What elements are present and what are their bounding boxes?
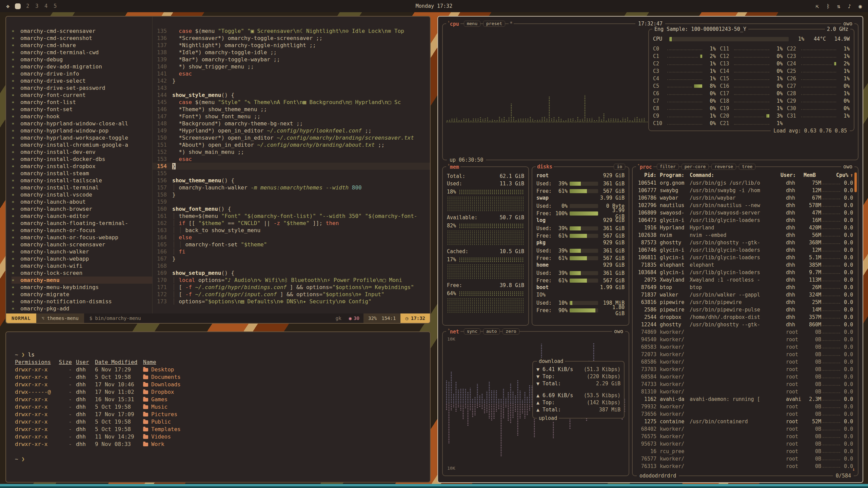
file-item[interactable]: ∗omarchy-drive-info (12, 70, 152, 77)
proc-box-button[interactable]: tree (739, 164, 755, 170)
proc-box-button[interactable]: filter (657, 164, 679, 170)
workspace-button[interactable]: 4 (44, 3, 47, 9)
code-line[interactable]: 151 *About*) open_in_editor ~/.config/om… (153, 141, 430, 148)
code-line[interactable]: 142} (153, 77, 430, 84)
file-item[interactable]: ∗omarchy-install-docker-dbs (12, 156, 152, 163)
power-icon[interactable]: ◉ (859, 3, 862, 9)
file-item[interactable]: ∗omarchy-launch-walker (12, 248, 152, 255)
code-line[interactable]: 153 esac (153, 156, 430, 163)
proc-column-header[interactable]: User: (781, 172, 800, 178)
disks-io-button[interactable]: io (614, 164, 625, 170)
file-item[interactable]: ∗omarchy-install-terminal (12, 184, 152, 191)
code-line[interactable]: 155 (153, 170, 430, 177)
code-line[interactable]: 137 *Nightlight*) omarchy-toggle-nightli… (153, 42, 430, 49)
file-item[interactable]: ∗omarchy-drive-select (12, 77, 152, 84)
process-row[interactable]: 1162avahi-daavahi-daemon: running [avahi… (636, 395, 853, 403)
omarchy-logo-icon[interactable]: ❖ (6, 3, 9, 9)
process-row[interactable]: 102638nvimnvim --embeddhh56M0.0 (636, 231, 853, 239)
file-item[interactable]: ∗omarchy-migrate (12, 291, 152, 298)
file-row[interactable]: drwxr-xr-x-dhh5 Oct 19:58Public (15, 418, 421, 426)
process-row[interactable]: 95673kworker/root0B0.0 (636, 440, 853, 448)
file-item[interactable]: ∗omarchy-launch-floating-terminal- (12, 220, 152, 227)
file-row[interactable]: drwxr-xr-x-dhh6 Nov 17:29Desktop (15, 366, 421, 373)
proc-box-button[interactable]: per-core (682, 164, 709, 170)
code-line[interactable]: 140 *) show_trigger_menu ;; (153, 63, 430, 70)
file-item[interactable]: ∗omarchy-pkg-add (12, 305, 152, 312)
file-item[interactable]: ∗omarchy-install-chromium-google-a (12, 141, 152, 148)
process-scrollbar[interactable] (854, 172, 857, 192)
file-item[interactable]: ∗omarchy-font-set (12, 106, 152, 113)
code-line[interactable]: 148 *Background*) omarchy-theme-bg-next … (153, 120, 430, 127)
file-item[interactable]: ∗omarchy-install-dropbox (12, 163, 152, 170)
code-line[interactable]: 150 *Screensaver*) open_in_editor ~/.con… (153, 134, 430, 141)
code-line[interactable]: 166│ fi (153, 248, 430, 255)
process-sort-selector[interactable]: owo (841, 164, 854, 170)
bluetooth-icon[interactable]: ᛒ (826, 3, 830, 9)
file-item[interactable]: ∗omarchy-menu-keybindings (12, 284, 152, 291)
code-line[interactable]: 156show_theme_menu() { (153, 177, 430, 184)
code-line[interactable]: 152 *) show_main_menu ;; (153, 148, 430, 156)
proc-column-header[interactable]: Cpu% (836, 172, 848, 178)
process-row[interactable]: 76575kworker/root0B0.0 (636, 433, 853, 440)
proc-box-button[interactable]: reverse (711, 164, 736, 170)
file-item[interactable]: ∗omarchy-hyprland-window-pop (12, 127, 152, 134)
code-line[interactable]: 141 esac (153, 70, 430, 77)
file-row[interactable]: drwxr-xr-x-dhh11 Nov 14:29Videos (15, 433, 421, 441)
code-line[interactable]: 162│ if [[ "$theme" == "CNCLD" || -z "$t… (153, 220, 430, 227)
file-item[interactable]: ∗omarchy-font-current (12, 92, 152, 99)
code-line[interactable]: 163│ │ back_to show_style_menu (153, 227, 430, 234)
file-item[interactable]: ∗omarchy-launch-browser (12, 205, 152, 212)
file-row[interactable]: drwxr-xr-x-dhh16 Nov 15:31Games (15, 396, 421, 403)
process-row[interactable]: 68402kworker/root0B0.0 (636, 425, 853, 433)
file-item[interactable]: ∗omarchy-install-steam (12, 170, 152, 177)
file-item[interactable]: ∗omarchy-cmd-share (12, 42, 152, 49)
workspace-active-indicator[interactable] (15, 3, 21, 9)
file-row[interactable]: drwxr-xr-x-dhh5 Oct 19:58Templates (15, 426, 421, 433)
code-line[interactable]: 149 *Hyprland*) open_in_editor ~/.config… (153, 127, 430, 134)
process-row[interactable]: 81310kworker/root0B0.0 (636, 388, 853, 395)
process-row[interactable]: 73656kworker/root0B0.0 (636, 410, 853, 418)
process-row[interactable]: 106786waybar/usr/bin/waybardhh67M0.0 (636, 194, 853, 202)
network-interface-selector[interactable]: owo (612, 328, 625, 334)
file-row[interactable]: drwx------@-dhh17 Nov 11:02Dropbox (15, 388, 421, 396)
file-row[interactable]: drwxr-xr-x-dhh5 Oct 19:58Music (15, 403, 421, 411)
code-line[interactable]: 135 case $(menu "Toggle" "▣ Screensaver\… (153, 27, 430, 35)
file-item[interactable]: ∗omarchy-launch-webapp (12, 255, 152, 262)
file-item[interactable]: ∗omarchy-launch-editor (12, 212, 152, 220)
code-line[interactable]: 144show_style_menu() { (153, 92, 430, 99)
file-item[interactable]: ∗omarchy-notification-dismiss (12, 298, 152, 305)
process-row[interactable]: 68583kworker/root0B0.0 (636, 343, 853, 351)
code-line[interactable]: 159 (153, 198, 430, 205)
process-row[interactable]: 73703kworker/root0B0.0 (636, 366, 853, 373)
process-row[interactable]: 94540kworker/root0B0.0 (636, 336, 853, 343)
process-key-hints[interactable]: odododrdrdrd (637, 473, 679, 479)
proc-column-header[interactable]: Command: (686, 172, 781, 178)
file-item[interactable]: ∗omarchy-font-list (12, 99, 152, 106)
file-item[interactable]: ∗omarchy-launch-about (12, 198, 152, 205)
volume-icon[interactable]: ♪ (848, 3, 851, 9)
net-box-button[interactable]: sync (464, 328, 480, 334)
process-row[interactable]: 63816pipewire/usr/bin/pipewiredhh25M0.0 (636, 299, 853, 306)
code-line[interactable]: 161│ theme=$(menu "Font" "$(omarchy-font… (153, 212, 430, 220)
code-line[interactable]: 168 (153, 262, 430, 269)
terminal-body[interactable]: ~ ❯ ls PermissionsSizeUserDate ModifiedN… (6, 332, 430, 463)
file-item[interactable]: ∗omarchy-hyprland-window-close-all (12, 120, 152, 127)
code-line[interactable]: 143 (153, 84, 430, 92)
code-line[interactable]: 170│ local options="♪ Audio\n∿ Wifi\nᛒ B… (153, 277, 430, 284)
file-row[interactable]: drwxr-xr-x-dhh17 Nov 17:09Pictures (15, 411, 421, 418)
screen-share-icon[interactable]: ⇱ (816, 3, 819, 9)
net-box-button[interactable]: auto (483, 328, 500, 334)
file-item[interactable]: ∗omarchy-cmd-screensaver (12, 27, 152, 35)
code-line[interactable]: 158} (153, 191, 430, 198)
process-row[interactable]: 76313kworker/root0B0.0 (636, 463, 853, 470)
code-line[interactable]: 145 case $(menu "Style" "✎ Theme\nA Font… (153, 99, 430, 106)
code-line[interactable]: 164│ else (153, 234, 430, 241)
code-line[interactable]: 139 *Bar*) omarchy-toggle-waybar ;; (153, 56, 430, 63)
process-row[interactable]: 106809swayosd-/usr/bin/swayosd-serverdhh… (636, 209, 853, 217)
code-line[interactable]: 173│ options="$options\n▤ Defaults\n⊕ DN… (153, 298, 430, 305)
proc-column-header[interactable]: MemB (800, 172, 816, 178)
file-item[interactable]: ∗omarchy-debug (12, 56, 152, 63)
process-row[interactable]: 103684glycin-i/usr/lib/glycin-loadersdhh… (636, 269, 853, 276)
cpu-box-button[interactable]: menu (464, 21, 480, 27)
process-row[interactable]: 71837walker/usr/bin/walker --gappldhh324… (636, 291, 853, 299)
